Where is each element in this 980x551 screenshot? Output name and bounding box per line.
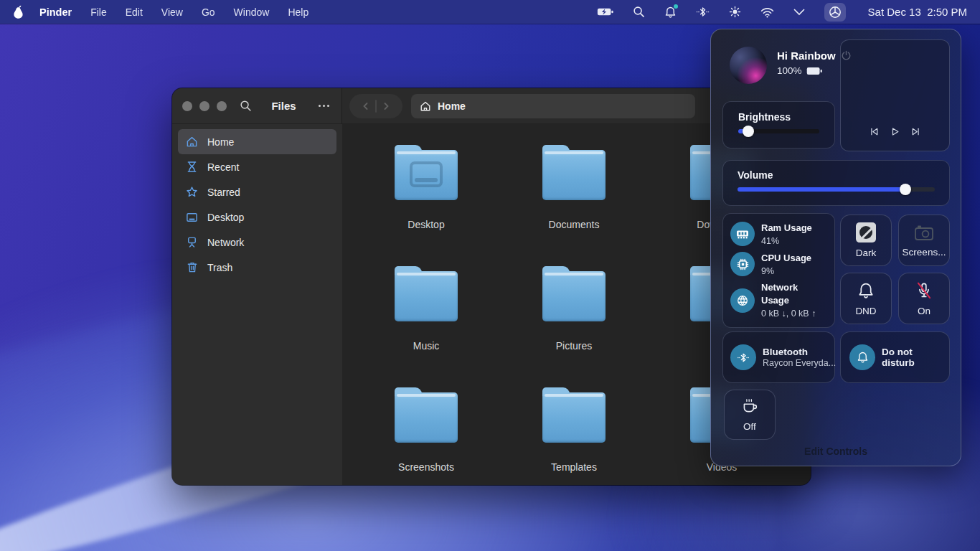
volume-slider-fill: [738, 187, 905, 192]
divider: [375, 100, 377, 113]
sidebar-item-home[interactable]: Home: [178, 129, 336, 154]
menu-file[interactable]: File: [90, 6, 107, 18]
do-not-disturb-tile[interactable]: Do not disturb: [840, 331, 950, 383]
folder-label: Pictures: [556, 340, 593, 352]
stat-label: CPU Usage: [761, 253, 811, 263]
menubar-app-name[interactable]: Pinder: [39, 6, 72, 18]
brightness-label: Brightness: [738, 111, 819, 123]
folder-screenshots[interactable]: Screenshots: [352, 387, 500, 485]
bluetooth-device: Raycon Everyda...: [763, 358, 836, 368]
media-player-card: [840, 39, 950, 151]
menu-edit[interactable]: Edit: [126, 6, 143, 18]
battery-charging-icon[interactable]: [597, 7, 613, 17]
screenshot-icon: [913, 223, 935, 242]
home-icon: [420, 100, 431, 112]
folder-icon: [542, 150, 606, 200]
dark-mode-icon: [856, 222, 876, 242]
mic-muted-icon: [915, 281, 933, 301]
media-next-button[interactable]: [908, 123, 924, 139]
files-window-title: Files: [252, 100, 316, 112]
sidebar-item-label: Desktop: [207, 212, 244, 223]
screen-emblem-icon: [410, 161, 443, 187]
folder-label: Documents: [549, 219, 600, 230]
media-play-button[interactable]: [887, 123, 903, 139]
battery-full-icon: [806, 67, 822, 75]
window-minimize-button[interactable]: [199, 101, 209, 111]
cpu-usage-stat: CPU Usage9%: [729, 251, 829, 278]
window-maximize-button[interactable]: [217, 101, 227, 111]
bluetooth-icon: [730, 344, 756, 370]
coffee-icon: [740, 397, 759, 416]
files-search-icon[interactable]: [240, 100, 252, 112]
folder-music[interactable]: Music: [352, 265, 500, 387]
folder-label: Desktop: [407, 219, 444, 230]
avatar[interactable]: [730, 47, 767, 84]
mic-mute-toggle[interactable]: On: [898, 273, 950, 324]
sidebar-item-desktop[interactable]: Desktop: [178, 204, 336, 230]
pear-logo-icon[interactable]: [11, 4, 25, 19]
folder-icon: [542, 392, 606, 443]
forward-button[interactable]: [382, 102, 390, 110]
edit-controls-button[interactable]: Edit Controls: [711, 446, 961, 457]
notifications-icon[interactable]: [664, 6, 677, 19]
chevron-down-icon[interactable]: [793, 9, 805, 16]
brightness-slider[interactable]: [738, 129, 819, 133]
stat-value: 9%: [761, 266, 774, 276]
notification-dot: [674, 4, 678, 9]
folder-label: Screenshots: [398, 461, 454, 473]
window-close-button[interactable]: [182, 101, 192, 111]
brightness-icon[interactable]: [729, 6, 741, 18]
media-previous-button[interactable]: [867, 123, 882, 139]
folder-documents[interactable]: Documents: [500, 144, 648, 265]
sidebar-item-label: Trash: [207, 262, 232, 273]
folder-icon: [395, 271, 458, 321]
toggle-label: Screens...: [903, 247, 946, 258]
folder-icon: [395, 150, 458, 200]
folder-pictures[interactable]: Pictures: [500, 265, 648, 387]
user-info: Hi Rainbow 100%: [730, 47, 852, 84]
brightness-slider-fill: [738, 129, 748, 133]
menu-window[interactable]: Window: [234, 6, 270, 18]
volume-slider-knob[interactable]: [900, 184, 911, 195]
control-center-icon[interactable]: [824, 3, 846, 22]
folder-label: Templates: [551, 461, 597, 473]
star-icon: [186, 186, 198, 198]
sidebar-item-label: Starred: [207, 187, 240, 198]
bell-icon: [849, 344, 875, 370]
network-usage-icon: [730, 288, 755, 313]
menu-go[interactable]: Go: [202, 6, 215, 18]
sidebar-menu-button[interactable]: [316, 98, 331, 114]
bluetooth-label: Bluetooth: [763, 347, 808, 357]
volume-slider[interactable]: [738, 187, 935, 192]
menu-view[interactable]: View: [161, 6, 183, 18]
desktop-icon: [186, 212, 198, 223]
sidebar-item-recent[interactable]: Recent: [178, 154, 336, 179]
brightness-slider-knob[interactable]: [743, 126, 754, 137]
screenshot-toggle[interactable]: Screens...: [898, 215, 950, 266]
folder-desktop[interactable]: Desktop: [352, 144, 500, 265]
ram-icon: [730, 222, 755, 246]
sidebar-item-starred[interactable]: Starred: [178, 179, 336, 204]
search-icon[interactable]: [633, 6, 645, 18]
path-bar[interactable]: Home: [411, 94, 695, 118]
sidebar-item-network[interactable]: Network: [178, 230, 336, 255]
bluetooth-icon[interactable]: [696, 6, 710, 18]
dark-mode-toggle[interactable]: Dark: [840, 215, 892, 266]
back-button[interactable]: [362, 102, 370, 110]
dnd-toggle[interactable]: DND: [840, 273, 892, 324]
network-usage-stat: Network Usage0 kB ↓, 0 kB ↑: [729, 281, 829, 320]
sidebar-item-label: Network: [207, 237, 244, 248]
ram-usage-stat: Ram Usage41%: [729, 221, 829, 248]
stat-label: Network Usage: [761, 282, 798, 306]
bluetooth-tile[interactable]: BluetoothRaycon Everyda...: [722, 331, 835, 383]
stat-value: 41%: [761, 236, 779, 246]
do-not-disturb-label: Do not disturb: [882, 347, 941, 368]
dnd-bell-icon: [857, 281, 875, 301]
stat-value: 0 kB ↓, 0 kB ↑: [761, 309, 816, 319]
caffeine-toggle[interactable]: Off: [724, 390, 776, 440]
menubar-clock[interactable]: Sat Dec 13 2:50 PM: [868, 6, 967, 18]
folder-templates[interactable]: Templates: [500, 387, 648, 485]
sidebar-item-trash[interactable]: Trash: [178, 255, 336, 280]
wifi-icon[interactable]: [760, 6, 774, 18]
menu-help[interactable]: Help: [288, 6, 308, 18]
